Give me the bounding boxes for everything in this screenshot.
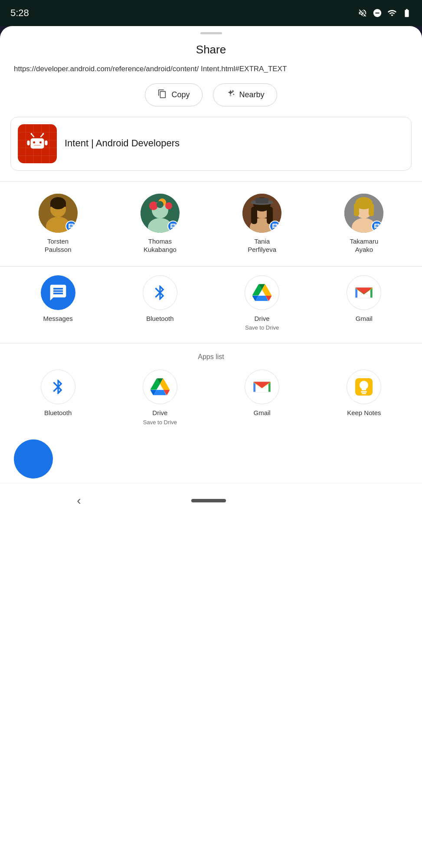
home-pill[interactable] <box>191 499 226 502</box>
mute-icon <box>358 8 367 18</box>
list-label-drive: Drive <box>152 409 167 417</box>
messages-badge-thomas <box>167 221 179 232</box>
divider-3 <box>0 343 422 343</box>
contact-name-takamaru: Takamaru Ayako <box>350 237 378 254</box>
svg-rect-26 <box>251 207 257 224</box>
apps-list-section: Apps list Bluetooth <box>0 345 422 432</box>
contact-avatar-tania <box>242 194 281 233</box>
share-title: Share <box>0 39 422 63</box>
messages-icon <box>41 275 75 310</box>
svg-point-6 <box>31 133 33 135</box>
nearby-label: Nearby <box>239 90 265 99</box>
drive-icon <box>245 275 279 310</box>
contacts-row: Torsten Paulsson <box>0 183 422 264</box>
list-app-bluetooth[interactable]: Bluetooth <box>32 370 84 426</box>
app-sublabel-drive: Save to Drive <box>245 324 279 331</box>
copy-label: Copy <box>171 90 190 99</box>
svg-rect-43 <box>361 391 367 393</box>
contact-torsten[interactable]: Torsten Paulsson <box>32 194 84 254</box>
svg-point-4 <box>39 141 42 143</box>
contact-avatar-takamaru <box>344 194 383 233</box>
svg-rect-29 <box>255 198 268 203</box>
svg-rect-14 <box>50 203 66 207</box>
app-label-drive: Drive <box>255 314 270 323</box>
app-gmail[interactable]: Gmail <box>338 275 390 331</box>
contact-name-torsten: Torsten Paulsson <box>45 237 72 254</box>
status-time: 5:28 <box>10 7 29 19</box>
messages-badge-tania <box>269 221 281 232</box>
divider-1 <box>0 181 422 182</box>
dnd-icon <box>373 8 382 18</box>
messages-badge-torsten <box>65 221 77 232</box>
action-buttons: Copy Nearby <box>0 83 422 117</box>
contact-avatar-thomas <box>141 194 180 233</box>
battery-icon <box>402 8 412 18</box>
apps-list-title: Apps list <box>0 349 422 370</box>
svg-rect-44 <box>362 393 366 394</box>
svg-rect-34 <box>354 203 359 216</box>
svg-rect-9 <box>34 145 41 145</box>
svg-point-21 <box>157 201 164 208</box>
list-label-bluetooth: Bluetooth <box>44 409 72 417</box>
contact-takamaru[interactable]: Takamaru Ayako <box>338 194 390 254</box>
copy-button[interactable]: Copy <box>145 83 202 106</box>
app-label-gmail: Gmail <box>356 314 373 323</box>
share-sheet: Share https://developer.android.com/refe… <box>0 26 422 868</box>
list-keep-icon <box>347 370 381 404</box>
svg-rect-2 <box>45 140 47 145</box>
nearby-button[interactable]: Nearby <box>213 83 277 106</box>
list-bluetooth-icon <box>41 370 75 404</box>
app-label-bluetooth: Bluetooth <box>146 314 173 323</box>
svg-rect-35 <box>369 203 374 216</box>
contact-tania[interactable]: Tania Perfilyeva <box>236 194 288 254</box>
copy-icon <box>157 89 167 101</box>
nearby-icon <box>226 89 235 101</box>
apps-list-grid: Bluetooth Drive Save to Drive <box>0 370 422 426</box>
app-messages[interactable]: Messages <box>32 275 84 331</box>
list-app-gmail[interactable]: Gmail <box>236 370 288 426</box>
back-button[interactable]: ‹ <box>68 490 89 511</box>
partial-row <box>0 432 422 483</box>
apps-row: Messages Bluetooth <box>0 268 422 342</box>
list-drive-icon <box>143 370 177 404</box>
contact-thomas[interactable]: Thomas Kukabango <box>134 194 186 254</box>
app-drive[interactable]: Drive Save to Drive <box>236 275 288 331</box>
list-app-keep[interactable]: Keep Notes <box>338 370 390 426</box>
contact-name-thomas: Thomas Kukabango <box>144 237 177 254</box>
bluetooth-icon <box>143 275 177 310</box>
svg-point-18 <box>149 201 158 210</box>
preview-title: Intent | Android Developers <box>65 137 180 150</box>
divider-2 <box>0 266 422 267</box>
svg-rect-1 <box>27 140 29 145</box>
status-bar: 5:28 <box>0 0 422 26</box>
list-label-keep: Keep Notes <box>347 409 381 417</box>
list-gmail-icon <box>245 370 279 404</box>
partial-avatar <box>14 439 53 479</box>
svg-point-20 <box>165 202 172 209</box>
list-app-drive[interactable]: Drive Save to Drive <box>134 370 186 426</box>
list-label-gmail: Gmail <box>254 409 271 417</box>
app-bluetooth[interactable]: Bluetooth <box>134 275 186 331</box>
wifi-icon <box>387 8 397 18</box>
svg-point-8 <box>43 133 44 135</box>
svg-point-3 <box>33 141 35 143</box>
list-sublabel-drive: Save to Drive <box>143 419 177 426</box>
status-icons <box>358 8 412 18</box>
share-url: https://developer.android.com/reference/… <box>0 63 422 83</box>
sheet-handle <box>200 32 222 34</box>
preview-logo <box>18 124 57 163</box>
contact-name-tania: Tania Perfilyeva <box>248 237 276 254</box>
gmail-icon <box>347 275 381 310</box>
bottom-nav: ‹ <box>0 483 422 518</box>
preview-card[interactable]: Intent | Android Developers <box>10 117 412 171</box>
messages-badge-takamaru <box>371 221 383 232</box>
app-label-messages: Messages <box>43 314 72 323</box>
svg-rect-0 <box>31 138 44 149</box>
contact-avatar-torsten <box>39 194 78 233</box>
